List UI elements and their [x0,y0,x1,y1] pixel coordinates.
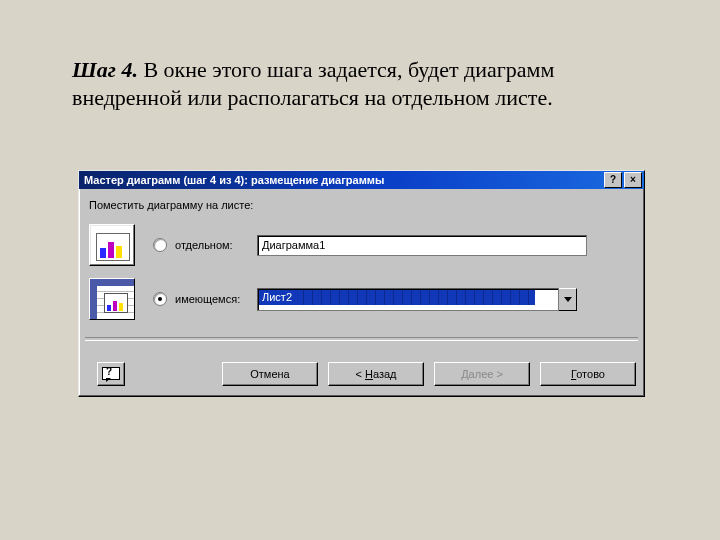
close-button[interactable]: × [624,172,642,188]
combo-value[interactable]: Лист2 [257,288,559,311]
separator [85,337,638,341]
back-button[interactable]: < Назад [328,362,424,386]
button-row: ? Отмена < Назад Далее > Готово [87,362,636,386]
help-bubble-icon: ? [102,367,120,381]
new-sheet-name-input[interactable] [257,235,587,256]
titlebar[interactable]: Мастер диаграмм (шаг 4 из 4): размещение… [79,171,644,189]
dialog-body: Поместить диаграмму на листе: отдельном:… [79,189,644,396]
combo-dropdown-button[interactable] [559,288,577,311]
help-button[interactable]: ? [97,362,125,386]
slide-caption: Шаг 4. В окне этого шага задается, будет… [72,56,648,112]
radio-existing-sheet[interactable] [153,292,167,306]
next-button: Далее > [434,362,530,386]
new-sheet-thumbnail-icon [89,224,135,266]
dialog-title: Мастер диаграмм (шаг 4 из 4): размещение… [81,174,602,186]
context-help-button[interactable]: ? [604,172,622,188]
option-existing-sheet-row: имеющемся: Лист2 [89,277,577,321]
chart-wizard-dialog: Мастер диаграмм (шаг 4 из 4): размещение… [78,170,645,397]
label-new-sheet[interactable]: отдельном: [175,239,257,251]
option-new-sheet-row: отдельном: [89,223,587,267]
label-existing-sheet[interactable]: имеющемся: [175,293,257,305]
cancel-button[interactable]: Отмена [222,362,318,386]
combo-selected-text: Лист2 [259,290,295,305]
radio-new-sheet[interactable] [153,238,167,252]
finish-button[interactable]: Готово [540,362,636,386]
existing-sheet-combo[interactable]: Лист2 [257,288,577,311]
caption-text: В окне этого шага задается, будет диагра… [72,57,554,110]
chevron-down-icon [564,297,572,302]
existing-sheet-thumbnail-icon [89,278,135,320]
caption-step-label: Шаг 4. [72,57,138,82]
placement-prompt: Поместить диаграмму на листе: [89,199,253,211]
